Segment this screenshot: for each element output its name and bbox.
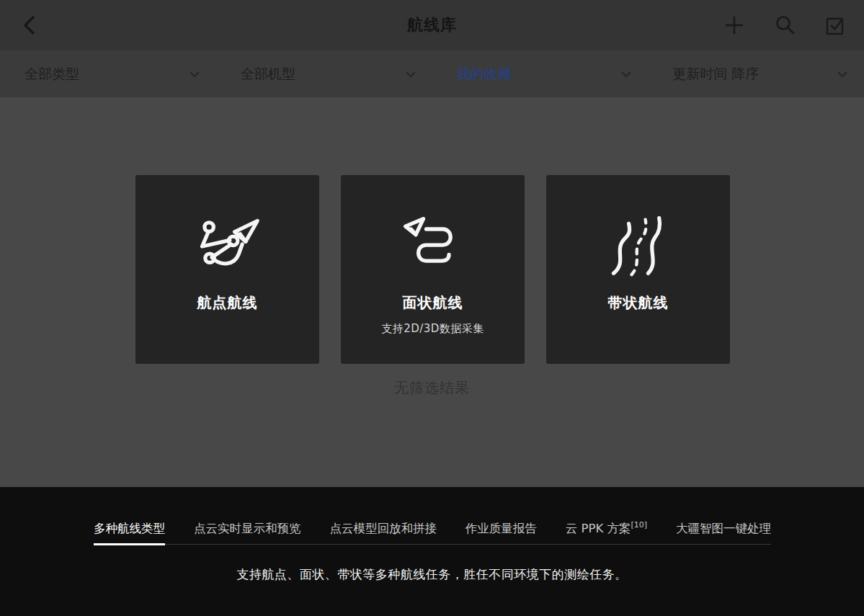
filter-sort-label: 更新时间 降序: [672, 65, 759, 84]
card-title: 航点航线: [135, 293, 319, 313]
tab-pointcloud-preview[interactable]: 点云实时显示和预览: [194, 521, 301, 544]
multi-select-button[interactable]: [824, 14, 847, 37]
tab-pointcloud-playback[interactable]: 点云模型回放和拼接: [329, 521, 437, 544]
card-subtitle: [135, 322, 319, 335]
add-route-button[interactable]: [723, 14, 746, 37]
plus-icon: [723, 14, 745, 36]
feature-description: 支持航点、面状、带状等多种航线任务，胜任不同环境下的测绘任务。: [0, 566, 864, 583]
search-button[interactable]: [773, 14, 796, 37]
area-route-icon: [341, 211, 525, 280]
tab-superscript: [10]: [631, 520, 647, 530]
filter-favorites-dropdown[interactable]: 我的收藏: [432, 50, 649, 97]
tab-label: 多种航线类型: [94, 522, 165, 535]
tab-label: 点云实时显示和预览: [194, 522, 301, 535]
tab-label: 点云模型回放和拼接: [329, 522, 437, 535]
card-title: 带状航线: [546, 293, 730, 313]
card-area-route[interactable]: 面状航线 支持2D/3D数据采集: [341, 175, 525, 364]
route-library-screen: 航线库: [0, 0, 864, 616]
feature-tabs: 多种航线类型 点云实时显示和预览 点云模型回放和拼接 作业质量报告 云 PPK …: [94, 517, 771, 545]
chevron-down-icon: [620, 69, 632, 79]
route-list-area: 航点航线 面状航线 支持2D/3D数据采集: [0, 97, 864, 487]
tab-label: 作业质量报告: [466, 522, 537, 535]
feature-panel: 多种航线类型 点云实时显示和预览 点云模型回放和拼接 作业质量报告 云 PPK …: [0, 487, 864, 616]
checkbox-check-icon: [824, 14, 846, 36]
chevron-down-icon: [405, 69, 417, 79]
card-title: 面状航线: [341, 293, 525, 313]
route-type-cards: 航点航线 面状航线 支持2D/3D数据采集: [135, 175, 730, 364]
card-waypoint-route[interactable]: 航点航线: [135, 175, 319, 364]
tab-route-types[interactable]: 多种航线类型: [94, 521, 165, 544]
card-subtitle: [546, 322, 730, 335]
tab-label: 大疆智图一键处理: [676, 522, 771, 535]
filter-model-label: 全部机型: [241, 65, 295, 84]
chevron-down-icon: [837, 69, 848, 79]
corridor-route-icon: [546, 211, 730, 280]
waypoint-route-icon: [135, 211, 319, 280]
header-actions: [723, 0, 847, 50]
tab-quality-report[interactable]: 作业质量报告: [466, 521, 537, 544]
filter-type-dropdown[interactable]: 全部类型: [0, 50, 216, 97]
filter-model-dropdown[interactable]: 全部机型: [216, 50, 432, 97]
tab-label: 云 PPK 方案: [566, 522, 631, 535]
empty-state-text: 无筛选结果: [0, 378, 864, 398]
filter-bar: 全部类型 全部机型 我的收藏 更新时间 降序: [0, 50, 864, 97]
filter-favorites-label: 我的收藏: [457, 65, 512, 84]
search-icon: [774, 14, 796, 36]
tab-cloud-ppk[interactable]: 云 PPK 方案[10]: [566, 517, 647, 544]
filter-sort-dropdown[interactable]: 更新时间 降序: [648, 50, 864, 97]
tab-terra-processing[interactable]: 大疆智图一键处理: [676, 521, 771, 544]
chevron-down-icon: [189, 69, 200, 79]
filter-type-label: 全部类型: [25, 65, 79, 84]
card-corridor-route[interactable]: 带状航线: [546, 175, 730, 364]
card-subtitle: 支持2D/3D数据采集: [341, 322, 525, 336]
header-bar: 航线库: [0, 0, 864, 50]
